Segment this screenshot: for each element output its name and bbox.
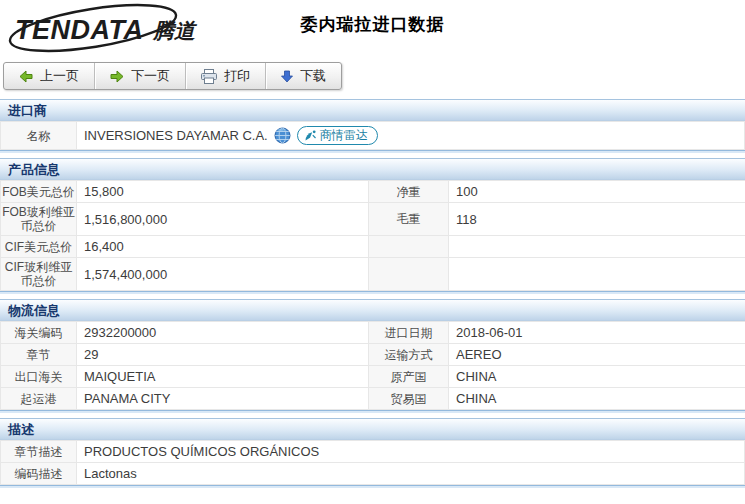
field-value: AEREO [449,344,745,366]
section-logistics: 物流信息 海关编码 2932200000 进口日期 2018-06-01 章节 … [0,299,745,413]
download-button[interactable]: 下载 [266,63,341,89]
section-product-title: 产品信息 [0,158,745,180]
section-importer-title: 进口商 [0,99,745,121]
field-label: 出口海关 [1,366,77,388]
section-divider [0,485,745,488]
field-label: 海关编码 [1,322,77,344]
table-row: FOB玻利维亚币总价 1,516,800,000 毛重 118 [1,203,745,236]
field-value: 2018-06-01 [449,322,745,344]
section-importer: 进口商 名称 INVERSIONES DAYAMAR C.A. [0,99,745,153]
prev-page-label: 上一页 [40,67,79,85]
field-value: 118 [449,203,745,236]
field-value: 1,516,800,000 [77,203,369,236]
field-label [369,258,449,291]
toolbar: 上一页 下一页 打印 下载 [3,62,342,90]
field-value: CHINA [449,366,745,388]
field-label: 章节描述 [1,441,77,463]
field-value: 2932200000 [77,322,369,344]
section-divider [0,291,745,294]
field-label: 章节 [1,344,77,366]
field-label: 净重 [369,181,449,203]
printer-icon [201,69,217,84]
importer-name-value: INVERSIONES DAYAMAR C.A. [84,127,268,144]
field-value: PANAMA CITY [77,388,369,410]
section-divider [0,410,745,413]
table-row: 出口海关 MAIQUETIA 原产国 CHINA [1,366,745,388]
table-row: 名称 INVERSIONES DAYAMAR C.A. [1,122,745,150]
next-page-button[interactable]: 下一页 [95,63,186,89]
field-label: 起运港 [1,388,77,410]
field-value: 29 [77,344,369,366]
green-arrow-left-icon [19,70,33,83]
table-row: 起运港 PANAMA CITY 贸易国 CHINA [1,388,745,410]
field-value: 1,574,400,000 [77,258,369,291]
print-button[interactable]: 打印 [186,63,266,89]
toolbar-row: 上一页 下一页 打印 下载 [3,62,745,90]
product-table: FOB美元总价 15,800 净重 100 FOB玻利维亚币总价 1,516,8… [0,180,745,291]
field-value: 15,800 [77,181,369,203]
importer-name-cell: INVERSIONES DAYAMAR C.A. [77,122,745,150]
globe-icon[interactable] [274,127,291,144]
field-value: MAIQUETIA [77,366,369,388]
field-label: FOB美元总价 [1,181,77,203]
table-row: 章节描述 PRODUCTOS QUÍMICOS ORGÁNICOS [1,441,745,463]
green-arrow-right-icon [110,70,124,83]
field-value: PRODUCTOS QUÍMICOS ORGÁNICOS [77,441,745,463]
business-radar-label: 商情雷达 [320,128,368,143]
download-label: 下载 [300,67,326,85]
importer-name-label: 名称 [1,122,77,150]
section-logistics-title: 物流信息 [0,299,745,321]
section-divider [0,150,745,153]
blue-arrow-down-icon [281,70,293,83]
table-row: CIF美元总价 16,400 [1,236,745,258]
section-product: 产品信息 FOB美元总价 15,800 净重 100 FOB玻利维亚币总价 1,… [0,158,745,294]
description-table: 章节描述 PRODUCTOS QUÍMICOS ORGÁNICOS 编码描述 L… [0,440,745,485]
table-row: 章节 29 运输方式 AEREO [1,344,745,366]
field-label: CIF玻利维亚币总价 [1,258,77,291]
table-row: 编码描述 Lactonas [1,463,745,485]
field-label: 编码描述 [1,463,77,485]
page-title: 委内瑞拉进口数据 [0,13,745,36]
field-label: 毛重 [369,203,449,236]
field-label [369,236,449,258]
field-label: CIF美元总价 [1,236,77,258]
importer-table: 名称 INVERSIONES DAYAMAR C.A. [0,121,745,150]
section-description: 描述 章节描述 PRODUCTOS QUÍMICOS ORGÁNICOS 编码描… [0,418,745,488]
field-label: 进口日期 [369,322,449,344]
field-value: CHINA [449,388,745,410]
field-label: 贸易国 [369,388,449,410]
field-value: 16,400 [77,236,369,258]
table-row: CIF玻利维亚币总价 1,574,400,000 [1,258,745,291]
top-header: TENDATA 腾道 委内瑞拉进口数据 [0,0,745,57]
field-value: Lactonas [77,463,745,485]
section-description-title: 描述 [0,418,745,440]
field-value [449,258,745,291]
prev-page-button[interactable]: 上一页 [4,63,95,89]
field-label: 运输方式 [369,344,449,366]
field-value [449,236,745,258]
next-page-label: 下一页 [131,67,170,85]
field-label: FOB玻利维亚币总价 [1,203,77,236]
print-label: 打印 [224,67,250,85]
field-label: 原产国 [369,366,449,388]
table-row: FOB美元总价 15,800 净重 100 [1,181,745,203]
logistics-table: 海关编码 2932200000 进口日期 2018-06-01 章节 29 运输… [0,321,745,410]
table-row: 海关编码 2932200000 进口日期 2018-06-01 [1,322,745,344]
field-value: 100 [449,181,745,203]
business-radar-button[interactable]: 商情雷达 [297,126,378,145]
satellite-radar-icon [304,129,317,142]
